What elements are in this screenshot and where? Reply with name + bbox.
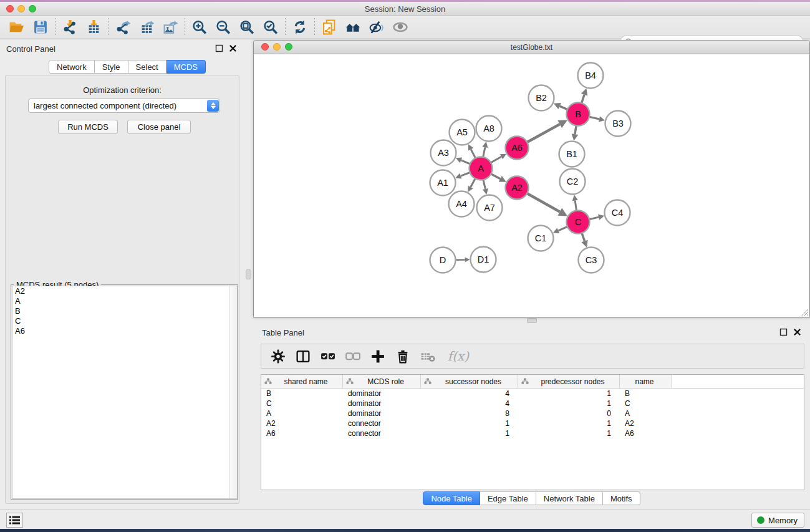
import-network-button[interactable]: [58, 17, 82, 37]
cell-MCDS-role[interactable]: dominator: [343, 399, 421, 409]
select-all-columns-button[interactable]: [317, 346, 339, 366]
node-label-B3: B3: [612, 118, 624, 128]
close-panel-icon[interactable]: [229, 44, 237, 52]
cell-predecessor-nodes[interactable]: 0: [518, 409, 620, 418]
cell-shared-name[interactable]: B: [261, 389, 343, 399]
cell-shared-name[interactable]: A6: [261, 428, 343, 438]
table-row[interactable]: A6connector11A6: [261, 428, 804, 438]
cell-successor-nodes[interactable]: 8: [421, 409, 518, 418]
cell-name[interactable]: A6: [620, 428, 672, 438]
cell-predecessor-nodes[interactable]: 1: [518, 428, 620, 438]
table-row[interactable]: Bdominator41B: [261, 389, 804, 399]
task-history-button[interactable]: [6, 513, 23, 528]
tab-select[interactable]: Select: [128, 60, 166, 74]
cell-successor-nodes[interactable]: 4: [421, 389, 518, 399]
cell-successor-nodes[interactable]: 4: [421, 399, 518, 409]
import-table-button[interactable]: [82, 17, 105, 37]
node-label-C: C: [575, 217, 581, 227]
gear-icon: [270, 349, 286, 364]
horizontal-split-handle[interactable]: [527, 318, 537, 323]
network-canvas[interactable]: B4B2BB3A8A5A6A3B1AA1C2A2A4A7C4CC1DD1C3: [254, 54, 809, 317]
export-table-button[interactable]: [135, 17, 158, 37]
main-titlebar[interactable]: Session: New Session: [0, 2, 810, 16]
cell-MCDS-role[interactable]: dominator: [343, 389, 421, 399]
close-panel-button[interactable]: Close panel: [127, 120, 191, 134]
cell-predecessor-nodes[interactable]: 1: [518, 399, 620, 409]
table-row[interactable]: A2connector11A2: [261, 418, 804, 428]
cell-name[interactable]: B: [620, 389, 672, 399]
cell-MCDS-role[interactable]: dominator: [343, 409, 421, 418]
resize-grip-icon[interactable]: [799, 307, 809, 316]
scrollbar-track[interactable]: [229, 286, 237, 498]
tab-network-table[interactable]: Network Table: [536, 491, 603, 505]
criterion-value: largest connected component (directed): [34, 101, 176, 110]
column-header-shared-name[interactable]: shared name: [261, 375, 343, 388]
delete-column-button[interactable]: [392, 346, 413, 366]
column-header-name[interactable]: name: [620, 375, 672, 388]
gear-button[interactable]: [268, 346, 289, 366]
open-folder-button[interactable]: [5, 17, 29, 37]
node-label-B1: B1: [566, 149, 577, 159]
mcds-result-item[interactable]: B: [12, 306, 237, 316]
deselect-all-columns-button[interactable]: [342, 346, 364, 366]
cell-shared-name[interactable]: C: [261, 399, 343, 409]
mcds-result-item[interactable]: A2: [12, 286, 237, 296]
node-table[interactable]: shared nameMCDS rolesuccessor nodesprede…: [261, 374, 804, 490]
cell-name[interactable]: C: [620, 399, 672, 409]
list-icon: [9, 516, 20, 525]
network-view-window[interactable]: testGlobe.txt B4B2BB3A8A5A6A3B1AA1C2A2A4…: [253, 40, 810, 317]
cell-shared-name[interactable]: A: [261, 409, 343, 418]
column-header-predecessor-nodes[interactable]: predecessor nodes: [518, 375, 620, 388]
new-network-from-file-button[interactable]: [317, 17, 341, 37]
cell-predecessor-nodes[interactable]: 1: [518, 389, 620, 399]
mcds-result-item[interactable]: A: [12, 296, 237, 306]
split-view-button[interactable]: [292, 346, 314, 366]
zoom-out-button[interactable]: [211, 17, 235, 37]
zoom-selected-button[interactable]: [259, 17, 282, 37]
column-header-MCDS-role[interactable]: MCDS role: [343, 375, 421, 388]
show-all-button[interactable]: [388, 17, 412, 37]
mcds-result-list[interactable]: A2ABCA6: [12, 286, 238, 499]
tab-edge-table[interactable]: Edge Table: [480, 491, 536, 505]
tab-node-table[interactable]: Node Table: [423, 491, 480, 505]
column-header-successor-nodes[interactable]: successor nodes: [421, 375, 518, 388]
zoom-in-button[interactable]: [188, 17, 211, 37]
cell-shared-name[interactable]: A2: [261, 418, 343, 428]
cell-name[interactable]: A2: [620, 418, 672, 428]
export-image-button[interactable]: [158, 17, 182, 37]
vertical-split-handle[interactable]: [246, 269, 251, 279]
mcds-result-item[interactable]: A6: [12, 326, 237, 336]
mcds-result-item[interactable]: C: [12, 316, 237, 326]
close-table-panel-icon[interactable]: [793, 328, 801, 336]
tab-motifs[interactable]: Motifs: [603, 491, 640, 505]
memory-button[interactable]: Memory: [751, 513, 804, 528]
cell-successor-nodes[interactable]: 1: [421, 418, 518, 428]
cell-predecessor-nodes[interactable]: 1: [518, 418, 620, 428]
tab-mcds[interactable]: MCDS: [166, 60, 206, 74]
optimization-criterion-select[interactable]: largest connected component (directed): [28, 99, 220, 113]
table-row[interactable]: Cdominator41C: [261, 399, 804, 409]
hide-graphics-details-button[interactable]: [365, 17, 388, 37]
network-window-titlebar[interactable]: testGlobe.txt: [254, 41, 809, 54]
node-label-A4: A4: [456, 199, 467, 209]
tab-network[interactable]: Network: [49, 60, 95, 74]
cell-successor-nodes[interactable]: 1: [421, 428, 518, 438]
save-session-button[interactable]: [29, 17, 52, 37]
export-network-button[interactable]: [111, 17, 135, 37]
cell-MCDS-role[interactable]: connector: [343, 428, 421, 438]
cell-name[interactable]: A: [620, 409, 672, 418]
add-column-icon: [370, 349, 386, 364]
float-table-panel-icon[interactable]: [779, 328, 788, 336]
cell-MCDS-role[interactable]: connector: [343, 418, 421, 428]
arrowhead-icon: [581, 88, 587, 95]
run-mcds-button[interactable]: Run MCDS: [58, 120, 118, 134]
show-graphics-details-button[interactable]: [341, 17, 365, 37]
zoom-fit-button[interactable]: [235, 17, 259, 37]
arrowhead-icon: [599, 116, 605, 122]
add-column-button[interactable]: [367, 346, 388, 366]
tab-style[interactable]: Style: [95, 60, 128, 74]
table-row[interactable]: Adominator80A: [261, 409, 804, 418]
refresh-layout-button[interactable]: [288, 17, 312, 37]
float-panel-icon[interactable]: [215, 44, 223, 52]
zoom-out-icon: [215, 19, 232, 35]
